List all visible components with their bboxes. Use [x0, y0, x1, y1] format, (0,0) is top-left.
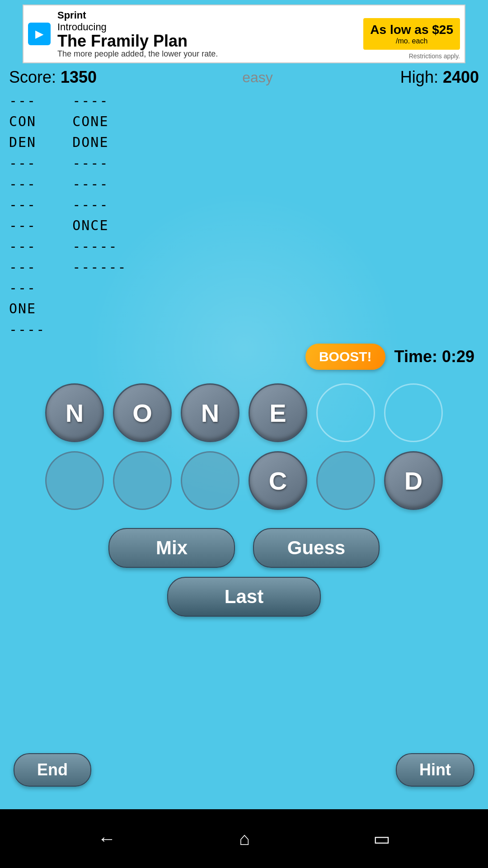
play-icon: [28, 23, 51, 45]
list-item: ----: [72, 195, 127, 214]
letter-grid: N O N E C D: [0, 383, 488, 510]
list-item: ---: [9, 154, 45, 173]
ad-price-sub: /mo. each: [370, 37, 453, 45]
letter-tile[interactable]: D: [384, 451, 443, 510]
list-item: ----: [9, 320, 45, 339]
mix-button[interactable]: Mix: [108, 528, 235, 568]
letter-tile[interactable]: N: [181, 383, 239, 442]
ad-content: Sprint Introducing The Framily Plan The …: [57, 9, 357, 59]
ad-price-box: As low as $25 /mo. each: [363, 18, 460, 50]
list-item: ---: [9, 195, 45, 214]
ad-brand: Sprint: [57, 9, 357, 21]
list-item: CON: [9, 112, 45, 131]
hint-button[interactable]: Hint: [396, 753, 474, 787]
difficulty-label: easy: [115, 69, 400, 86]
list-item: ---: [9, 175, 45, 193]
list-item: -----: [72, 237, 127, 256]
list-item: ---: [9, 237, 45, 256]
back-icon[interactable]: ←: [98, 829, 116, 849]
score-label: Score:: [9, 68, 56, 87]
boost-button[interactable]: BOOST!: [305, 344, 385, 370]
list-item: ---: [9, 91, 45, 110]
list-item: DONE: [72, 133, 127, 152]
word-list-area: --- CON DEN --- --- --- --- --- --- --- …: [0, 91, 488, 339]
letter-tile[interactable]: E: [249, 383, 307, 442]
score-bar: Score: 1350 easy High: 2400: [0, 63, 488, 91]
action-buttons: Mix Guess Last: [0, 528, 488, 617]
recents-icon[interactable]: ▭: [373, 828, 390, 849]
letter-tile-empty: [316, 383, 375, 442]
letter-tile-empty: [45, 451, 104, 510]
list-item: ----: [72, 91, 127, 110]
word-column-1: --- CON DEN --- --- --- --- --- --- --- …: [9, 91, 45, 339]
bottom-buttons: End Hint: [0, 753, 488, 787]
action-row-1: Mix Guess: [108, 528, 380, 568]
ad-banner[interactable]: Sprint Introducing The Framily Plan The …: [23, 5, 465, 63]
word-column-2: ---- CONE DONE ---- ---- ---- ONCE -----…: [72, 91, 127, 339]
nav-bar: ← ⌂ ▭: [0, 809, 488, 868]
list-item: ONCE: [72, 216, 127, 235]
list-item: ---: [9, 216, 45, 235]
end-button[interactable]: End: [14, 753, 91, 787]
last-button[interactable]: Last: [167, 577, 321, 617]
high-score-value: 2400: [443, 68, 479, 87]
timer-display: Time: 0:29: [394, 347, 474, 366]
list-item: ---: [9, 278, 45, 297]
list-item: ----: [72, 154, 127, 173]
score-value: 1350: [61, 68, 97, 87]
letter-tile-empty: [316, 451, 375, 510]
letter-tile[interactable]: C: [249, 451, 307, 510]
list-item: DEN: [9, 133, 45, 152]
list-item: ------: [72, 258, 127, 277]
letter-tile-empty: [384, 383, 443, 442]
ad-title: The Framily Plan: [57, 33, 357, 49]
letter-tile-empty: [113, 451, 172, 510]
letter-tile-empty: [181, 451, 239, 510]
timer-boost-area: BOOST! Time: 0:29: [0, 339, 488, 374]
high-score-label: High:: [400, 68, 438, 87]
list-item: ONE: [9, 299, 45, 318]
home-icon[interactable]: ⌂: [239, 829, 250, 849]
letter-row-1: N O N E: [45, 383, 443, 442]
ad-subtitle: The more people added, the lower your ra…: [57, 49, 357, 59]
ad-restriction: Restrictions apply.: [409, 52, 460, 60]
list-item: ----: [72, 175, 127, 193]
letter-tile[interactable]: O: [113, 383, 172, 442]
ad-tagline: Introducing: [57, 21, 107, 33]
list-item: ---: [9, 258, 45, 277]
ad-price: As low as $25: [370, 23, 453, 37]
letter-row-2: C D: [45, 451, 443, 510]
list-item: CONE: [72, 112, 127, 131]
guess-button[interactable]: Guess: [253, 528, 380, 568]
letter-tile[interactable]: N: [45, 383, 104, 442]
